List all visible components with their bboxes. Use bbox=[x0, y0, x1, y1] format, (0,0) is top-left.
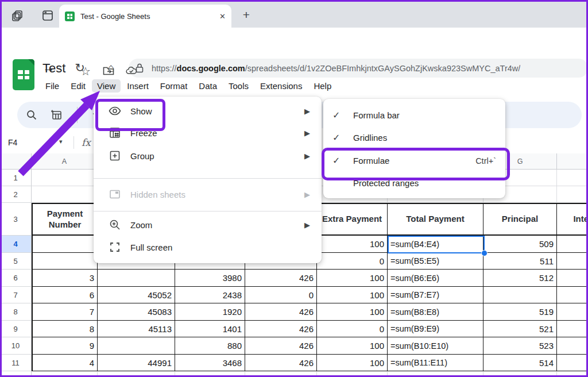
cell-H12[interactable] bbox=[557, 371, 588, 377]
row-header-5[interactable]: 5 bbox=[0, 253, 32, 270]
row-header-3[interactable]: 3 bbox=[0, 203, 32, 236]
cell-D8[interactable]: 426 bbox=[245, 303, 317, 321]
row-header-6[interactable]: 6 bbox=[0, 270, 32, 287]
cell-H5[interactable] bbox=[557, 253, 588, 270]
cell-H6[interactable] bbox=[557, 270, 588, 287]
cell-G4[interactable]: 509 bbox=[483, 236, 557, 253]
cell-C12[interactable] bbox=[175, 371, 245, 377]
cell-G12[interactable] bbox=[483, 371, 557, 377]
cell-E4[interactable]: 100 bbox=[317, 236, 388, 253]
view-menu-item-group[interactable]: Group▶ bbox=[94, 145, 322, 167]
cell-F11[interactable]: =sum(B11:E11) bbox=[388, 355, 483, 371]
cell-H4[interactable] bbox=[557, 236, 588, 253]
view-menu-item-hidden-sheets[interactable]: Hidden sheets▶ bbox=[94, 183, 322, 205]
sheets-logo[interactable] bbox=[13, 59, 34, 90]
menu-help[interactable]: Help bbox=[308, 79, 336, 93]
cell-E12[interactable] bbox=[317, 371, 388, 377]
cell-G3[interactable]: Principal bbox=[483, 203, 557, 236]
cell-A5[interactable] bbox=[32, 253, 98, 270]
move-folder-icon[interactable] bbox=[102, 64, 115, 77]
new-tab-icon[interactable]: + bbox=[240, 8, 253, 22]
cell-D7[interactable]: 0 bbox=[245, 287, 317, 303]
cell-G11[interactable]: 514 bbox=[483, 355, 557, 371]
cell-A8[interactable]: 7 bbox=[32, 303, 98, 321]
row-header-2[interactable]: 2 bbox=[0, 186, 32, 203]
cell-A4[interactable] bbox=[32, 236, 98, 253]
menu-insert[interactable]: Insert bbox=[122, 79, 154, 93]
column-header-A[interactable]: A bbox=[32, 153, 98, 170]
cell-A11[interactable]: 4 bbox=[32, 355, 98, 371]
star-icon[interactable]: ☆ bbox=[79, 64, 92, 77]
cell-C9[interactable]: 1401 bbox=[175, 321, 245, 337]
selection-fill-handle[interactable] bbox=[481, 250, 488, 256]
cell-F9[interactable]: =sum(B9:E9) bbox=[388, 321, 483, 337]
cell-F8[interactable]: =sum(B8:E8) bbox=[388, 303, 483, 321]
cell-C8[interactable]: 1920 bbox=[175, 303, 245, 321]
menu-view[interactable]: View bbox=[92, 79, 121, 93]
menu-data[interactable]: Data bbox=[194, 79, 222, 93]
cloud-saved-icon[interactable] bbox=[125, 64, 138, 77]
cell-H9[interactable] bbox=[557, 321, 588, 337]
cell-A10[interactable]: 9 bbox=[32, 337, 98, 355]
cell-H1[interactable] bbox=[557, 170, 588, 186]
cell-A2[interactable] bbox=[32, 186, 98, 203]
cell-F3[interactable]: Total Payment bbox=[388, 203, 483, 236]
menu-file[interactable]: File bbox=[40, 79, 64, 93]
cell-G5[interactable]: 511 bbox=[483, 253, 557, 270]
cell-F5[interactable]: =sum(B5:E5) bbox=[388, 253, 483, 270]
show-submenu-item-formula-bar[interactable]: ✓Formula bar bbox=[323, 104, 505, 126]
cell-C10[interactable]: 880 bbox=[175, 337, 245, 355]
cell-B10[interactable] bbox=[98, 337, 175, 355]
cell-H7[interactable] bbox=[557, 287, 588, 303]
close-tab-icon[interactable]: ✕ bbox=[219, 12, 226, 21]
cell-E11[interactable]: 100 bbox=[317, 355, 388, 371]
cell-F12[interactable] bbox=[388, 371, 483, 377]
workspaces-icon[interactable] bbox=[11, 9, 24, 22]
cell-D10[interactable]: 426 bbox=[245, 337, 317, 355]
address-bar[interactable]: https://docs.google.com/spreadsheets/d/1… bbox=[129, 59, 588, 78]
row-header-partial[interactable] bbox=[0, 371, 32, 377]
menu-format[interactable]: Format bbox=[155, 79, 193, 93]
cell-H2[interactable] bbox=[557, 186, 588, 203]
cell-C7[interactable]: 2438 bbox=[175, 287, 245, 303]
cell-A3[interactable]: Payment Number bbox=[32, 203, 98, 236]
cell-H10[interactable] bbox=[557, 337, 588, 355]
select-all-corner[interactable] bbox=[0, 153, 32, 170]
cell-E7[interactable]: 100 bbox=[317, 287, 388, 303]
search-icon[interactable] bbox=[25, 109, 38, 121]
name-box[interactable]: F4 bbox=[8, 138, 17, 147]
cell-D11[interactable]: 426 bbox=[245, 355, 317, 371]
cell-A1[interactable] bbox=[32, 170, 98, 186]
cell-B9[interactable]: 45113 bbox=[98, 321, 175, 337]
cell-E8[interactable]: 100 bbox=[317, 303, 388, 321]
row-header-4[interactable]: 4 bbox=[0, 236, 32, 253]
cell-C6[interactable]: 3980 bbox=[175, 270, 245, 287]
row-header-1[interactable]: 1 bbox=[0, 170, 32, 186]
menu-edit[interactable]: Edit bbox=[65, 79, 91, 93]
cell-E9[interactable]: 0 bbox=[317, 321, 388, 337]
browser-tab[interactable]: Test - Google Sheets ✕ bbox=[59, 5, 231, 28]
cell-G8[interactable]: 519 bbox=[483, 303, 557, 321]
cell-H3[interactable]: Interest bbox=[557, 203, 588, 236]
cell-E6[interactable]: 100 bbox=[317, 270, 388, 287]
cell-B7[interactable]: 45052 bbox=[98, 287, 175, 303]
row-header-10[interactable]: 10 bbox=[0, 337, 32, 355]
row-header-9[interactable]: 9 bbox=[0, 321, 32, 337]
tab-actions-icon[interactable] bbox=[41, 9, 54, 22]
row-header-8[interactable]: 8 bbox=[0, 303, 32, 321]
insert-table-icon[interactable] bbox=[51, 109, 63, 121]
cell-G9[interactable]: 521 bbox=[483, 321, 557, 337]
document-title[interactable]: Test bbox=[42, 61, 65, 76]
cell-E5[interactable]: 0 bbox=[317, 253, 388, 270]
cell-D12[interactable] bbox=[245, 371, 317, 377]
row-header-11[interactable]: 11 bbox=[0, 355, 32, 371]
cell-D9[interactable]: 426 bbox=[245, 321, 317, 337]
name-box-caret-icon[interactable]: ▾ bbox=[59, 138, 63, 145]
cell-C11[interactable]: 3468 bbox=[175, 355, 245, 371]
menu-tools[interactable]: Tools bbox=[223, 79, 254, 93]
column-header-H[interactable]: H bbox=[557, 153, 588, 170]
cell-A9[interactable]: 8 bbox=[32, 321, 98, 337]
cell-E3[interactable]: Extra Payment bbox=[317, 203, 388, 236]
show-submenu-item-gridlines[interactable]: ✓Gridlines bbox=[323, 126, 505, 149]
cell-F6[interactable]: =sum(B6:E6) bbox=[388, 270, 483, 287]
